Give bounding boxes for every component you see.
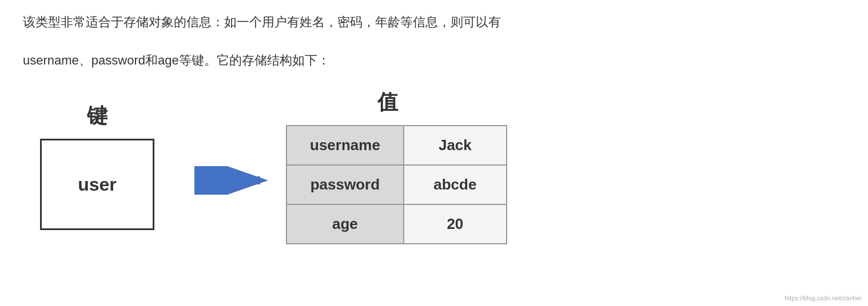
table-row: passwordabcde xyxy=(286,165,507,204)
watermark: https://blog.csdn.net/zanhei xyxy=(785,295,861,301)
value-section: 值 usernameJackpasswordabcdeage20 xyxy=(286,88,507,244)
arrow-icon xyxy=(194,166,269,195)
description-block: 该类型非常适合于存储对象的信息：如一个用户有姓名，密码，年龄等信息，则可以有 u… xyxy=(23,11,845,71)
table-value-cell: abcde xyxy=(404,165,507,204)
table-key-cell: age xyxy=(286,204,404,244)
table-key-cell: password xyxy=(286,165,404,204)
key-label: 键 xyxy=(87,102,107,130)
key-box: user xyxy=(40,139,154,230)
description-line2: username、password和age等键。它的存储结构如下： xyxy=(23,50,845,71)
value-label: 值 xyxy=(286,88,398,116)
table-value-cell: 20 xyxy=(404,204,507,244)
key-box-text: user xyxy=(78,174,117,195)
table-row: age20 xyxy=(286,204,507,244)
description-line1: 该类型非常适合于存储对象的信息：如一个用户有姓名，密码，年龄等信息，则可以有 xyxy=(23,11,845,33)
key-section: 键 user xyxy=(40,102,154,230)
arrow-container xyxy=(194,138,269,195)
table-row: usernameJack xyxy=(286,126,507,165)
table-key-cell: username xyxy=(286,126,404,165)
value-table: usernameJackpasswordabcdeage20 xyxy=(286,125,507,244)
table-value-cell: Jack xyxy=(404,126,507,165)
diagram-container: 键 user 值 usernameJackpasswordabcdeage20 xyxy=(23,88,845,244)
